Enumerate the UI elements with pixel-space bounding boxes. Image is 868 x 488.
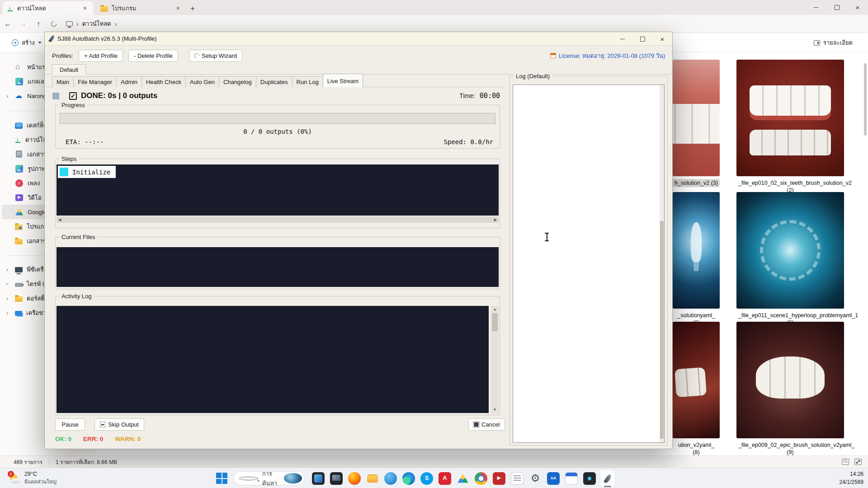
taskbar-app-button[interactable]	[347, 469, 362, 488]
stop-icon	[474, 422, 479, 427]
file-name[interactable]: h_solution_v2 (3)	[673, 179, 720, 187]
up-button[interactable]: ↑	[31, 17, 46, 31]
file-tile[interactable]: _solutionyaml_ (6)	[673, 192, 720, 327]
taskbar-app-button[interactable]	[491, 469, 507, 488]
file-tile[interactable]: ution_v2yaml_ (8)	[673, 322, 720, 457]
stop-square-icon[interactable]	[52, 93, 59, 99]
taskbar-app-button[interactable]	[455, 469, 471, 488]
autobatch-tab[interactable]: Admin	[116, 76, 142, 87]
add-profile-button[interactable]: + Add Profile	[79, 50, 123, 62]
minimize-button[interactable]	[613, 32, 632, 46]
autobatch-tab[interactable]: File Manager	[73, 76, 117, 87]
taskbar-app-button[interactable]	[600, 469, 615, 488]
scroll-down-icon[interactable]: ▼	[491, 408, 499, 412]
file-tile[interactable]: _file_ep009_02_epic_brush_solution_v2yam…	[736, 322, 844, 457]
taskbar-app-button[interactable]	[564, 469, 579, 488]
breadcrumb[interactable]: › ดาวน์โหลด ›	[66, 19, 117, 28]
delete-profile-button[interactable]: - Delete Profile	[128, 50, 178, 62]
autobatch-tab[interactable]: Duplicates	[256, 76, 292, 87]
scroll-right-icon[interactable]: ▶	[492, 218, 499, 222]
refresh-button[interactable]	[46, 17, 61, 31]
scroll-up-icon[interactable]: ▲	[491, 307, 499, 311]
taskbar-app-button[interactable]	[419, 469, 434, 488]
grid-view-icon[interactable]	[854, 459, 862, 465]
taskbar-app-button[interactable]	[528, 469, 543, 488]
expand-chevron-icon[interactable]	[6, 266, 11, 273]
run-status-row: ✓ DONE: 0s | 0 outputs Time: 00:00	[52, 90, 500, 102]
taskbar-app-button[interactable]	[365, 469, 380, 488]
back-button[interactable]: ←	[0, 17, 15, 31]
file-tile[interactable]: _file_ep010_02_six_teeth_brush_solution_…	[736, 60, 844, 195]
done-checkbox[interactable]: ✓	[69, 92, 77, 100]
file-thumbnail[interactable]	[673, 60, 720, 176]
breadcrumb-folder[interactable]: ดาวน์โหลด	[82, 19, 111, 28]
taskbar-search[interactable]: การค้นหา	[233, 471, 305, 485]
scroll-left-icon[interactable]: ◀	[57, 218, 63, 222]
taskbar-app-button[interactable]	[509, 469, 525, 488]
step-initialize-chip[interactable]: Initialize	[58, 166, 116, 178]
taskbar-app-button[interactable]	[329, 469, 344, 488]
tab-close-icon[interactable]: ×	[175, 5, 182, 12]
taskbar-app-button[interactable]	[546, 469, 561, 488]
new-tab-button[interactable]: +	[186, 2, 199, 15]
details-toggle-button[interactable]: รายละเอียด	[814, 38, 853, 47]
list-view-icon[interactable]	[842, 459, 849, 465]
expand-chevron-icon[interactable]	[6, 310, 11, 316]
autobatch-title-bar[interactable]: SJ88 AutoBatch v26.5.3 (Multi-Profile) ×	[45, 32, 672, 46]
autobatch-tab[interactable]: Auto Gen	[185, 76, 219, 87]
taskbar-app-button[interactable]	[437, 469, 453, 488]
autobatch-tab[interactable]: Changelog	[219, 76, 256, 87]
scrollbar-thumb[interactable]	[492, 313, 498, 331]
file-thumbnail[interactable]	[673, 322, 720, 438]
pause-button[interactable]: Pause	[55, 418, 85, 431]
eta-text: ETA: --:--	[66, 138, 104, 145]
steps-horizontal-scrollbar[interactable]: ◀ ▶	[57, 216, 499, 223]
taskbar-clock[interactable]: 14:26 24/1/2569	[840, 468, 863, 488]
file-tile[interactable]: h_solution_v2 (3)	[673, 60, 720, 187]
file-thumbnail[interactable]	[736, 60, 844, 176]
close-button[interactable]: ×	[847, 0, 868, 15]
done-status-text: DONE: 0s | 0 outputs	[81, 91, 157, 100]
profile-tab-default[interactable]: Default	[52, 64, 86, 75]
autobatch-tab[interactable]: Run Log	[292, 76, 323, 87]
setup-wizard-button[interactable]: Setup Wizard	[189, 50, 242, 62]
autobatch-tab[interactable]: Health Check	[142, 76, 186, 87]
taskbar-app-button[interactable]	[582, 469, 597, 488]
minimize-button[interactable]	[806, 0, 826, 15]
file-name[interactable]: ution_v2yaml_ (8)	[673, 441, 720, 457]
start-button[interactable]	[216, 473, 227, 484]
autobatch-window: SJ88 AutoBatch v26.5.3 (Multi-Profile) ×…	[44, 32, 673, 449]
taskbar-app-button[interactable]	[311, 469, 326, 488]
weather-widget[interactable]: 2 29°C มีแดดส่วนใหญ่	[5, 468, 60, 488]
explorer-tab[interactable]: ดาวน์โหลด ×	[3, 1, 93, 15]
maximize-button[interactable]	[826, 0, 847, 15]
close-button[interactable]: ×	[652, 32, 672, 46]
scrollbar-thumb[interactable]	[660, 221, 664, 439]
taskbar-app-button[interactable]	[401, 469, 416, 488]
file-thumbnail[interactable]	[736, 192, 844, 309]
skip-output-button[interactable]: ▸▸ Skip Output	[94, 418, 144, 431]
activity-log-panel[interactable]	[57, 306, 489, 413]
expand-chevron-icon[interactable]	[6, 281, 11, 287]
file-name[interactable]: _file_ep009_02_epic_brush_solution_v2yam…	[736, 441, 844, 457]
maximize-button[interactable]	[632, 32, 652, 46]
forward-button[interactable]: →	[15, 17, 31, 31]
expand-chevron-icon[interactable]	[6, 295, 11, 302]
explorer-tab[interactable]: โปรแกรม ×	[96, 1, 186, 15]
cancel-button[interactable]: Cancel	[468, 418, 505, 431]
file-tile[interactable]: _file_ep011_scene1_hyperloop_problemyaml…	[736, 192, 844, 327]
taskbar-app-button[interactable]	[473, 469, 489, 488]
file-thumbnail[interactable]	[736, 322, 844, 438]
expand-chevron-icon[interactable]	[6, 93, 11, 99]
tab-close-icon[interactable]: ×	[81, 5, 89, 12]
log-listbox[interactable]	[513, 84, 665, 443]
taskbar-app-button[interactable]	[383, 469, 398, 488]
autobatch-tab[interactable]: Main	[52, 76, 74, 87]
new-button[interactable]: + สร้าง	[7, 35, 46, 50]
activity-scrollbar[interactable]: ▲ ▼	[491, 306, 499, 413]
file-thumbnail[interactable]	[673, 192, 720, 309]
log-scrollbar[interactable]	[660, 85, 664, 442]
explorer-scrollbar[interactable]	[863, 54, 867, 454]
progress-text: 0 / 0 outputs (0%)	[56, 128, 500, 135]
autobatch-tab[interactable]: Live Stream	[323, 74, 363, 87]
